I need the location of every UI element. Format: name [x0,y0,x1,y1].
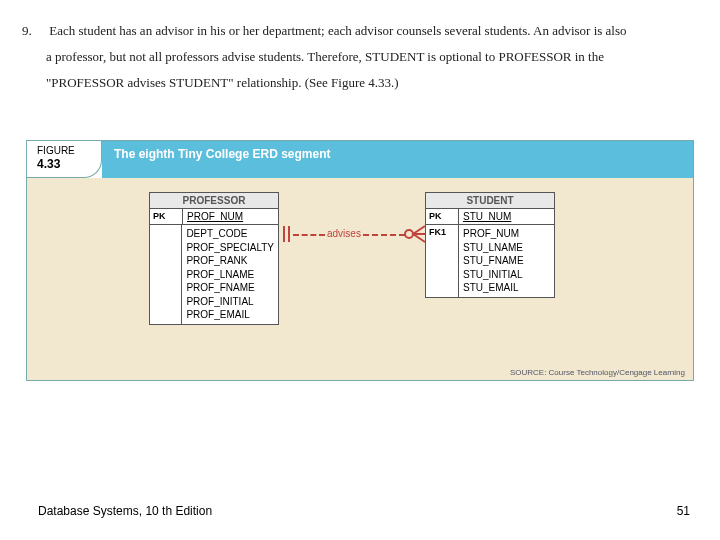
professor-pk-label: PK [150,209,183,224]
page-footer: Database Systems, 10 th Edition 51 [38,504,690,518]
figure-container: FIGURE 4.33 The eighth Tiny College ERD … [26,140,694,381]
many-optional-icon [403,224,427,244]
svg-point-2 [405,230,413,238]
figure-title: The eighth Tiny College ERD segment [102,141,693,178]
page-number: 51 [677,504,690,518]
question-number: 9. [22,18,46,44]
footer-left: Database Systems, 10 th Edition [38,504,212,518]
svg-line-3 [413,226,425,234]
student-pk-field: STU_NUM [459,209,554,224]
entity-professor: PROFESSOR PK PROF_NUM DEPT_CODE PROF_SPE… [149,192,279,325]
one-optional-icon [278,224,296,244]
professor-pk-field: PROF_NUM [183,209,278,224]
professor-attrs: DEPT_CODE PROF_SPECIALTY PROF_RANK PROF_… [182,225,278,324]
entity-student: STUDENT PK STU_NUM FK1 PROF_NUM STU_LNAM… [425,192,555,298]
entity-professor-title: PROFESSOR [150,193,278,209]
student-attrs: PROF_NUM STU_LNAME STU_FNAME STU_INITIAL… [459,225,554,297]
figure-number: 4.33 [37,157,60,171]
entity-student-title: STUDENT [426,193,554,209]
question-line1: Each student has an advisor in his or he… [49,23,626,38]
question-line2: a professor, but not all professors advi… [46,44,604,70]
figure-label-word: FIGURE [37,145,75,156]
figure-label: FIGURE 4.33 [27,141,102,178]
relationship-line-left [293,234,325,236]
relationship-label: advises [327,228,361,239]
question-line3: "PROFESSOR advises STUDENT" relationship… [46,70,399,96]
erd-canvas: PROFESSOR PK PROF_NUM DEPT_CODE PROF_SPE… [27,178,693,380]
question-text: 9. Each student has an advisor in his or… [0,0,720,96]
svg-line-5 [413,234,425,242]
relationship-line-right [363,234,405,236]
student-fk-label: FK1 [426,225,459,297]
figure-source: SOURCE: Course Technology/Cengage Learni… [510,368,685,377]
student-pk-label: PK [426,209,459,224]
